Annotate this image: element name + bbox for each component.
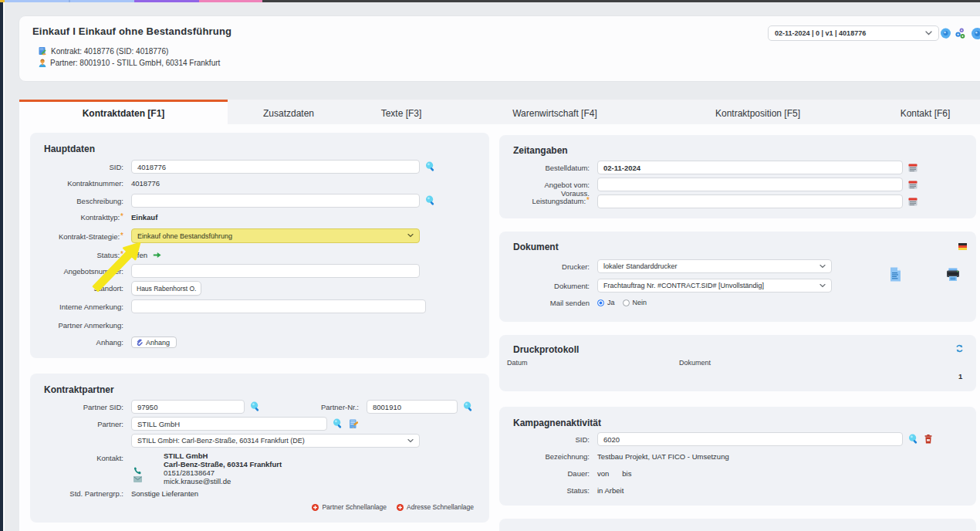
dauer-bis: bis bbox=[622, 469, 631, 478]
row-dokument: Dokument: Frachtauftrag Nr. #CONTRACT.SI… bbox=[499, 279, 832, 293]
status-next-arrow-icon[interactable] bbox=[153, 252, 161, 259]
dokument-select[interactable]: Frachtauftrag Nr. #CONTRACT.SID# [Unvoll… bbox=[597, 279, 832, 293]
search-icon[interactable] bbox=[425, 161, 436, 172]
partner-anmerkung-label: Partner Anmerkung: bbox=[30, 321, 123, 330]
kontakt-phone: 0151/28138647 bbox=[164, 468, 215, 477]
german-flag-icon[interactable] bbox=[958, 243, 967, 250]
edit-memo-icon[interactable] bbox=[349, 419, 358, 429]
panel-dokument: Dokument Drucker: lokaler Standarddrucke… bbox=[499, 232, 976, 322]
add-icon bbox=[312, 504, 319, 511]
panel-zeitangaben: Zeitangaben Bestelldatum: 02-11-2024 Ang… bbox=[499, 135, 976, 218]
chat-search-icon[interactable] bbox=[939, 27, 952, 40]
beschreibung-label: Beschreibung: bbox=[30, 197, 123, 205]
row-sid: SID: 4018776 bbox=[30, 160, 436, 174]
row-kampagne-status: Status: in Arbeit bbox=[499, 485, 623, 495]
radio-ja[interactable] bbox=[597, 299, 604, 306]
anhang-button[interactable]: Anhang bbox=[131, 337, 177, 348]
kontrakttyp-label: Kontrakttyp:* bbox=[30, 212, 123, 222]
drucker-label: Drucker: bbox=[499, 262, 590, 271]
tab-kontakt[interactable]: Kontakt [F6] bbox=[901, 108, 951, 119]
tab-zusatzdaten[interactable]: Zusatzdaten bbox=[263, 108, 314, 119]
phone-icon bbox=[133, 467, 141, 475]
strategie-label: Kontrakt-Strategie:* bbox=[30, 232, 123, 241]
col-datum: Datum bbox=[507, 359, 528, 367]
row-status: Status:* offen bbox=[30, 249, 161, 261]
sid-label: SID: bbox=[30, 163, 123, 171]
trash-icon[interactable] bbox=[924, 435, 932, 444]
kontraktnummer-label: Kontraktnummer: bbox=[30, 179, 123, 188]
search-icon[interactable] bbox=[463, 401, 474, 412]
row-dauer: Dauer: von bis bbox=[499, 468, 631, 479]
refresh-icon[interactable] bbox=[955, 344, 964, 353]
bestelldatum-input[interactable]: 02-11-2024 bbox=[597, 161, 903, 174]
row-bezeichnung: Bezeichnung: Testbau Projekt, UAT FICO -… bbox=[499, 451, 729, 462]
partner-nr-input[interactable]: 8001910 bbox=[367, 400, 458, 414]
row-partnergrp: Std. Partnergrp.: Sonstige Lieferanten bbox=[30, 488, 198, 499]
kampagne-sid-input[interactable]: 6020 bbox=[597, 432, 903, 446]
browser-tabstrip bbox=[0, 0, 980, 2]
sid-input[interactable]: 4018776 bbox=[131, 160, 420, 174]
panel-druckprotokoll-title: Druckprotokoll bbox=[513, 344, 579, 355]
dauer-label: Dauer: bbox=[499, 469, 590, 478]
search-icon[interactable] bbox=[333, 418, 343, 429]
standort-chip[interactable]: Haus Rabenhorst O. bbox=[131, 281, 201, 296]
paperclip-icon bbox=[136, 339, 143, 347]
row-beschreibung: Beschreibung: bbox=[30, 194, 436, 208]
tab-kontraktposition[interactable]: Kontraktposition [F5] bbox=[715, 108, 800, 119]
gears-icon[interactable] bbox=[954, 27, 968, 41]
row-partner-sid: Partner SID: 97950 Partner-Nr.: 8001910 bbox=[30, 400, 474, 414]
angebot-vom-input[interactable] bbox=[597, 178, 903, 191]
tabstrip-seg-blue1 bbox=[5, 0, 69, 2]
version-select-value: 02-11-2024 | 0 | v1 | 4018776 bbox=[775, 29, 866, 37]
tab-warenwirtschaft[interactable]: Warenwirtschaft [F4] bbox=[512, 108, 597, 119]
partner-address-select[interactable]: STILL GmbH: Carl-Benz-Straße, 60314 Fran… bbox=[131, 434, 420, 448]
search-icon[interactable] bbox=[908, 434, 919, 445]
header-contract-text: Kontrakt: 4018776 (SID: 4018776) bbox=[51, 47, 168, 56]
calendar-icon[interactable] bbox=[908, 180, 917, 189]
kontakt-name: STILL GmbH bbox=[164, 452, 208, 460]
calendar-icon[interactable] bbox=[908, 163, 917, 172]
angebotsnummer-input[interactable] bbox=[131, 264, 420, 278]
tab-kontraktdaten-label: Kontraktdaten [F1] bbox=[83, 108, 165, 119]
adresse-schnellanlage-link[interactable]: Adresse Schnellanlage bbox=[397, 503, 474, 511]
tab-texte[interactable]: Texte [F3] bbox=[381, 108, 422, 119]
chevron-down-icon bbox=[407, 439, 414, 443]
partner-sid-input[interactable]: 97950 bbox=[131, 400, 245, 414]
col-dokument: Dokument bbox=[679, 359, 711, 367]
partner-schnellanlage-link[interactable]: Partner Schnellanlage bbox=[312, 503, 387, 511]
panel-zeitangaben-title: Zeitangaben bbox=[513, 145, 568, 156]
row-partner: Partner: STILL GmbH bbox=[30, 417, 358, 431]
strategie-select[interactable]: Einkauf ohne Bestandsführung bbox=[131, 228, 420, 243]
leistungsdatum-label: Vorauss.Leistungsdatum:* bbox=[499, 190, 590, 205]
interne-anmerkung-input[interactable] bbox=[131, 299, 426, 313]
row-standort: Standort: Haus Rabenhorst O. bbox=[30, 281, 201, 296]
row-bestelldatum: Bestelldatum: 02-11-2024 bbox=[499, 161, 917, 174]
beschreibung-input[interactable] bbox=[131, 194, 420, 208]
version-select[interactable]: 02-11-2024 | 0 | v1 | 4018776 bbox=[768, 25, 939, 41]
mail-senden-label: Mail senden bbox=[499, 299, 590, 307]
kontrakttyp-value: Einkauf bbox=[131, 213, 157, 222]
chevron-down-icon bbox=[819, 265, 826, 269]
search-icon[interactable] bbox=[425, 195, 436, 206]
angebotsnummer-label: Angebotsnummer: bbox=[30, 267, 123, 276]
leistungsdatum-input[interactable] bbox=[597, 194, 903, 208]
anhang-label: Anhang: bbox=[30, 338, 123, 347]
calendar-icon[interactable] bbox=[908, 197, 917, 206]
row-mail-senden: Mail senden Ja Nein bbox=[499, 297, 647, 308]
header-card: Einkauf I Einkauf ohne Bestandsführung K… bbox=[19, 16, 980, 81]
partner-label: Partner: bbox=[30, 420, 123, 428]
partner-input[interactable]: STILL GmbH bbox=[131, 417, 327, 431]
tabbar: Kontraktdaten [F1] Zusatzdaten Texte [F3… bbox=[19, 100, 980, 124]
globe-icon[interactable] bbox=[971, 27, 980, 40]
page-number[interactable]: 1 bbox=[958, 372, 962, 380]
partnergrp-value: Sonstige Lieferanten bbox=[131, 489, 198, 498]
radio-nein[interactable] bbox=[623, 299, 630, 306]
printer-icon[interactable] bbox=[946, 268, 960, 282]
drucker-select[interactable]: lokaler Standarddrucker bbox=[597, 259, 832, 273]
search-icon[interactable] bbox=[250, 401, 261, 412]
row-kampagne-sid: SID: 6020 bbox=[499, 432, 932, 446]
tabstrip-seg-pink bbox=[199, 0, 262, 2]
tab-kontraktdaten[interactable]: Kontraktdaten [F1] bbox=[19, 100, 228, 124]
bestelldatum-label: Bestelldatum: bbox=[499, 164, 590, 172]
document-icon[interactable] bbox=[890, 267, 901, 282]
